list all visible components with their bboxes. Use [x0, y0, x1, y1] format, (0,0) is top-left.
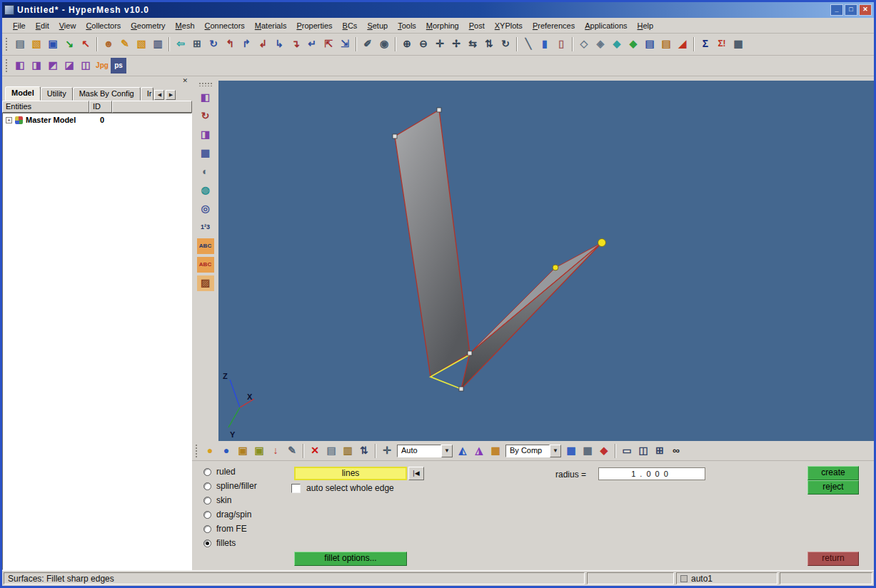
- multi-view-icon[interactable]: ◫: [635, 443, 651, 459]
- radio-button[interactable]: [203, 525, 211, 533]
- delete-icon[interactable]: ✕: [307, 443, 323, 459]
- user-profile-icon[interactable]: ☻: [101, 36, 116, 52]
- capture-mesh-icon[interactable]: ▦: [197, 146, 214, 161]
- tab-scroll-left-icon[interactable]: ◀: [154, 90, 164, 100]
- surface-edges-icon[interactable]: ▣: [251, 443, 267, 459]
- menu-item[interactable]: Preferences: [528, 19, 580, 32]
- sum-icon[interactable]: Σ: [698, 36, 713, 52]
- copy-collectors-icon[interactable]: ▥: [340, 443, 356, 459]
- column-header-id[interactable]: ID: [89, 101, 112, 113]
- panel-close-icon[interactable]: ✕: [182, 77, 188, 84]
- menu-item[interactable]: Morphing: [421, 19, 464, 32]
- fit-view-icon[interactable]: ✛: [432, 36, 448, 52]
- scale-bar-icon[interactable]: ▮: [537, 36, 553, 52]
- menu-item[interactable]: Edit: [31, 19, 54, 32]
- open-folder-icon[interactable]: ▧: [134, 36, 149, 52]
- surface-type-radio-row[interactable]: from FE: [203, 524, 257, 534]
- element-check-icon[interactable]: ▤: [658, 36, 674, 52]
- color-mode-icon[interactable]: ▦: [488, 443, 503, 459]
- sum-warning-icon[interactable]: Σ!: [714, 36, 730, 52]
- capture-settings-icon[interactable]: ◐: [197, 164, 214, 180]
- flip-view-icon[interactable]: ⇅: [481, 36, 497, 52]
- nodes-icon[interactable]: ●: [218, 443, 234, 459]
- mesh-lines-icon[interactable]: ▦: [580, 443, 595, 459]
- card-down-icon[interactable]: ↳: [271, 36, 287, 52]
- shaded-elements-icon[interactable]: ▦: [563, 443, 579, 459]
- card-first-icon[interactable]: ↴: [288, 36, 303, 52]
- spreadsheet-icon[interactable]: ▦: [730, 36, 746, 52]
- new-model-icon[interactable]: ▤: [12, 36, 28, 52]
- close-button[interactable]: ✕: [859, 4, 872, 16]
- menu-item[interactable]: Geometry: [126, 19, 170, 32]
- surface-type-radio-row[interactable]: fillets: [203, 538, 257, 548]
- organize-collectors-icon[interactable]: ▤: [323, 443, 339, 459]
- menu-item[interactable]: Applications: [580, 19, 632, 32]
- card-up-icon[interactable]: ↲: [255, 36, 271, 52]
- feature-angle-icon[interactable]: ◆: [596, 443, 612, 459]
- surface-left-arm[interactable]: [395, 110, 470, 377]
- zoom-window-icon[interactable]: ⊞: [189, 36, 205, 52]
- menu-item[interactable]: Help: [633, 19, 659, 32]
- element-quality-icon[interactable]: ▤: [642, 36, 658, 52]
- surface-type-radio-row[interactable]: drag/spin: [203, 510, 257, 519]
- back-arrow-icon[interactable]: ⇦: [173, 36, 188, 52]
- tab-import[interactable]: Ir: [141, 87, 154, 101]
- lines-selector-button[interactable]: lines: [294, 467, 407, 480]
- toolbar-handle[interactable]: [198, 82, 213, 86]
- wireframe-cube-icon[interactable]: ◇: [576, 36, 592, 52]
- hidden-line-cube-icon[interactable]: ◈: [593, 36, 608, 52]
- clear-mesh-icon[interactable]: ◢: [675, 36, 690, 52]
- renumber-icon[interactable]: ⇅: [356, 443, 372, 459]
- menu-item[interactable]: BCs: [338, 19, 363, 32]
- tree-item-master-model[interactable]: + Master Model 0: [3, 113, 191, 124]
- combo-arrow-icon[interactable]: ▼: [550, 445, 561, 457]
- radius-input[interactable]: [598, 467, 705, 480]
- glasses-icon[interactable]: ∞: [668, 443, 684, 459]
- menu-item[interactable]: Setup: [362, 19, 393, 32]
- annotate-icon[interactable]: ✐: [360, 36, 376, 52]
- capture-window-icon[interactable]: ◨: [29, 58, 44, 74]
- tab-model[interactable]: Model: [5, 86, 41, 101]
- tab-scroll-right-icon[interactable]: ▶: [166, 90, 176, 100]
- import-icon[interactable]: ↘: [61, 36, 77, 52]
- capture-cube-icon[interactable]: ◨: [197, 127, 214, 143]
- open-model-icon[interactable]: ▧: [29, 36, 44, 52]
- column-tool-icon[interactable]: ▯: [553, 36, 569, 52]
- fillet-options-button[interactable]: fillet options...: [294, 552, 407, 566]
- menu-item[interactable]: Mesh: [171, 19, 200, 32]
- capture-view-icon[interactable]: ◧: [197, 90, 214, 106]
- normals-icon[interactable]: ↓: [268, 443, 283, 459]
- color-by-combo[interactable]: By Comp ▼: [505, 445, 561, 457]
- capture-rotate-icon[interactable]: ↻: [197, 108, 214, 124]
- capture-model-icon[interactable]: ◧: [12, 58, 28, 74]
- selector-mode-icon[interactable]: ✛: [379, 443, 395, 459]
- card-prev-icon[interactable]: ↰: [222, 36, 238, 52]
- points-icon[interactable]: ●: [202, 443, 218, 459]
- capture-full-icon[interactable]: ◫: [78, 58, 94, 74]
- find-entities-icon[interactable]: ◎: [197, 201, 214, 217]
- maximize-button[interactable]: □: [845, 4, 857, 16]
- tile-windows-icon[interactable]: ⊞: [652, 443, 668, 459]
- surface-type-radio-row[interactable]: spline/filler: [203, 481, 257, 491]
- capture-area-icon[interactable]: ◩: [45, 58, 61, 74]
- capture-region-icon[interactable]: ◪: [61, 58, 77, 74]
- menu-item[interactable]: Materials: [250, 19, 292, 32]
- expand-icon[interactable]: +: [6, 117, 12, 123]
- create-button[interactable]: create: [807, 466, 859, 480]
- toolbar-handle[interactable]: [195, 444, 198, 458]
- label-abc-icon[interactable]: ABC: [197, 238, 214, 254]
- numbering-icon[interactable]: 1²3: [197, 220, 214, 235]
- save-model-icon[interactable]: ▣: [45, 36, 61, 52]
- material-view-icon[interactable]: ◮: [471, 443, 487, 459]
- card-next-icon[interactable]: ↱: [238, 36, 254, 52]
- export-jpg-icon[interactable]: Jpg: [94, 58, 110, 74]
- menu-item[interactable]: Properties: [291, 19, 337, 32]
- card-sync-icon[interactable]: ⇲: [337, 36, 353, 52]
- radio-button[interactable]: [203, 482, 211, 490]
- toolbar-handle[interactable]: [5, 59, 9, 73]
- edit-session-icon[interactable]: ✎: [117, 36, 133, 52]
- measure-line-icon[interactable]: ╲: [520, 36, 536, 52]
- column-header-entities[interactable]: Entities: [2, 101, 89, 113]
- menu-item[interactable]: Collectors: [81, 19, 126, 32]
- toolbar-handle[interactable]: [5, 37, 9, 51]
